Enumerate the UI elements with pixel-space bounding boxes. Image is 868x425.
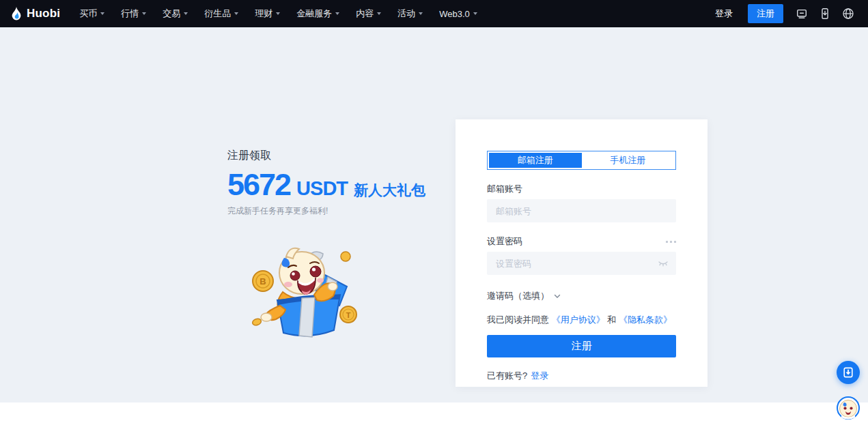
eye-closed-icon[interactable] <box>658 259 669 268</box>
user-agreement-link[interactable]: 《用户协议》 <box>552 314 605 325</box>
caret-down-icon <box>184 12 188 15</box>
language-icon[interactable] <box>842 8 854 20</box>
agreement-joiner: 和 <box>607 314 616 325</box>
desktop-icon[interactable] <box>796 8 808 20</box>
brand-name: Huobi <box>27 7 60 20</box>
agreement-prefix: 我已阅读并同意 <box>487 314 549 325</box>
password-label: 设置密码 <box>487 235 522 248</box>
svg-text:B: B <box>260 276 266 287</box>
huobi-flame-icon <box>10 6 23 21</box>
download-icon <box>842 366 854 379</box>
caret-down-icon <box>142 12 146 15</box>
tab-email-register[interactable]: 邮箱注册 <box>489 153 582 168</box>
caret-down-icon <box>276 12 280 15</box>
menu-item-financial-services[interactable]: 金融服务 <box>288 0 348 27</box>
register-tabs: 邮箱注册 手机注册 <box>487 151 676 170</box>
password-field[interactable] <box>487 252 676 275</box>
tab-phone-register[interactable]: 手机注册 <box>582 153 675 168</box>
promo-amount: 5672 <box>227 169 290 200</box>
promo-title: 注册领取 <box>227 149 425 163</box>
caret-down-icon <box>335 12 339 15</box>
promo-currency: USDT <box>296 177 348 200</box>
huobi-logo[interactable]: Huobi <box>10 6 60 21</box>
menu-item-label: 衍生品 <box>204 8 231 20</box>
menu-item-label: 内容 <box>356 8 374 20</box>
menu-item-web3[interactable]: Web3.0 <box>431 0 486 27</box>
support-chat-fab[interactable] <box>837 396 860 420</box>
caret-down-icon <box>100 12 104 15</box>
menu-item-label: Web3.0 <box>439 9 470 19</box>
chevron-down-icon <box>554 294 561 299</box>
agreement-text: 我已阅读并同意 《用户协议》 和 《隐私条款》 <box>487 314 676 326</box>
have-account-text: 已有账号? <box>487 370 527 382</box>
menu-item-earn[interactable]: 理财 <box>247 0 288 27</box>
email-label: 邮箱账号 <box>487 183 522 195</box>
menu-item-buy-crypto[interactable]: 买币 <box>71 0 113 27</box>
mascot-illustration: B T <box>243 237 366 340</box>
promo-amount-row: 5672 USDT 新人大礼包 <box>227 169 425 200</box>
app-download-icon[interactable] <box>819 8 831 20</box>
coin-icon: T <box>340 306 356 323</box>
caret-down-icon <box>419 12 423 15</box>
footer <box>0 402 868 425</box>
register-submit-button[interactable]: 注册 <box>487 335 676 357</box>
menu-item-derivatives[interactable]: 衍生品 <box>196 0 247 27</box>
nav-login-link[interactable]: 登录 <box>707 8 741 20</box>
nav-right-group: 登录 注册 <box>707 4 860 23</box>
menu-item-label: 活动 <box>397 8 415 20</box>
page-background: 注册领取 5672 USDT 新人大礼包 完成新手任务再享更多福利! B <box>0 27 868 402</box>
menu-item-markets[interactable]: 行情 <box>113 0 154 27</box>
download-app-fab[interactable] <box>837 361 860 384</box>
menu-item-content[interactable]: 内容 <box>348 0 389 27</box>
menu-item-label: 行情 <box>121 8 139 20</box>
caret-down-icon <box>234 12 238 15</box>
promo-block: 注册领取 5672 USDT 新人大礼包 完成新手任务再享更多福利! <box>227 149 425 217</box>
menu-item-events[interactable]: 活动 <box>389 0 431 27</box>
caret-down-icon <box>473 12 477 15</box>
invite-code-toggle[interactable]: 邀请码（选填） <box>487 290 676 302</box>
privacy-policy-link[interactable]: 《隐私条款》 <box>619 314 672 325</box>
menu-item-label: 理财 <box>255 8 272 20</box>
menu-item-trade[interactable]: 交易 <box>154 0 196 27</box>
invite-code-label: 邀请码（选填） <box>487 290 549 302</box>
menu-item-label: 金融服务 <box>296 8 332 20</box>
email-field[interactable] <box>487 199 676 222</box>
menu-item-label: 买币 <box>79 8 97 20</box>
login-link[interactable]: 登录 <box>531 370 548 382</box>
menu-item-label: 交易 <box>163 8 180 20</box>
promo-subtitle: 完成新手任务再享更多福利! <box>227 205 425 217</box>
promo-gift-label: 新人大礼包 <box>354 181 425 200</box>
password-rules-ellipsis-icon[interactable] <box>666 241 676 243</box>
mascot-avatar <box>837 396 860 420</box>
top-nav: Huobi 买币 行情 交易 衍生品 理财 金融服务 内容 活动 Web3.0 … <box>0 0 868 27</box>
nav-register-button[interactable]: 注册 <box>748 4 783 23</box>
main-menu: 买币 行情 交易 衍生品 理财 金融服务 内容 活动 Web3.0 <box>71 0 486 27</box>
caret-down-icon <box>377 12 381 15</box>
svg-text:T: T <box>346 311 351 319</box>
register-card: 邮箱注册 手机注册 邮箱账号 设置密码 邀请码（选填 <box>456 119 708 387</box>
